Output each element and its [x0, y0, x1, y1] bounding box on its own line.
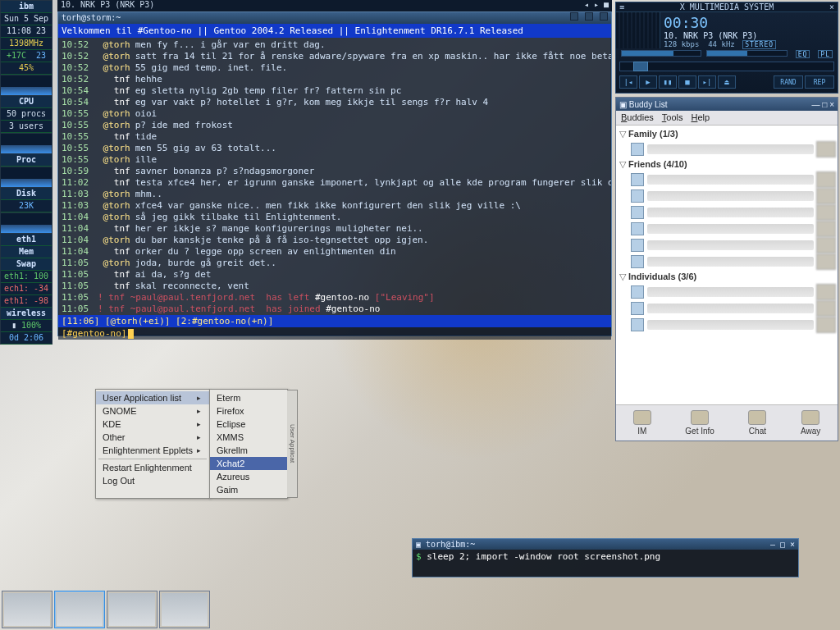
desktop-pager[interactable] [2, 591, 210, 628]
menu-help[interactable]: Help [691, 112, 710, 123]
submenu-item[interactable]: Gkrellm [210, 444, 287, 457]
context-menu-main[interactable]: User Application list▸GNOME▸KDE▸Other▸En… [95, 389, 210, 499]
menu-item[interactable]: GNOME▸ [96, 404, 209, 418]
buddy-item[interactable] [618, 237, 836, 253]
stop-icon[interactable]: ■ [678, 75, 696, 89]
buddy-item[interactable] [618, 284, 836, 300]
menu-item[interactable]: Log Out [96, 474, 209, 487]
submenu-item[interactable]: Eclipse [210, 418, 287, 431]
xmms-eq-toggle[interactable]: EQ [796, 50, 810, 58]
irc-terminal-window[interactable]: torh@storm:~ Velkommen til #Gentoo-no ||… [57, 11, 612, 336]
avatar [816, 237, 836, 253]
swap-label: Swap [1, 258, 52, 271]
gaim-window-buttons[interactable]: — □ × [812, 100, 834, 109]
presence-icon [631, 255, 644, 268]
irc-line: 11:05 @torhjoda, burde gå greit det.. [62, 258, 608, 269]
avatar [816, 284, 836, 300]
proc-label: Proc [1, 154, 52, 167]
xmms-bitrate: 128 kbps [664, 40, 699, 48]
buddy-group[interactable]: Family (1/3) [618, 127, 836, 141]
presence-icon [631, 318, 644, 331]
buddy-item[interactable] [618, 300, 836, 317]
xmms-rep[interactable]: REP [805, 75, 834, 89]
buddy-group[interactable]: Individuals (3/6) [618, 270, 836, 284]
xmms-close-icon[interactable]: × [829, 2, 834, 11]
menu-item[interactable]: User Application list▸ [96, 391, 209, 404]
avatar [816, 317, 836, 333]
minimize-icon[interactable] [570, 12, 578, 21]
away-button[interactable]: Away [801, 410, 820, 436]
wireless-label: wireless [1, 308, 52, 320]
play-icon[interactable]: ▶ [639, 75, 657, 89]
gaim-menubar[interactable]: Buddies Tools Help [616, 111, 838, 126]
menu-item[interactable]: Enlightenment Epplets▸ [96, 444, 209, 457]
miniterm-title: torh@ibm:~ [426, 540, 475, 549]
submenu-item[interactable]: Xchat2 [210, 457, 287, 470]
irc-line: 11:05 tnfskal reconnecte, vent [62, 281, 608, 292]
xmms-visualizer[interactable] [616, 12, 660, 48]
pager-desktop[interactable] [159, 591, 210, 628]
irc-titlebar[interactable]: torh@storm:~ [58, 12, 611, 24]
buddy-item[interactable] [618, 171, 836, 188]
maximize-icon[interactable] [585, 12, 593, 21]
users-value: 3 users [1, 121, 52, 133]
xmms-balance-slider[interactable] [706, 50, 787, 57]
xmms-track: 10. NRK P3 (NRK P3) [664, 31, 834, 40]
pause-icon[interactable]: ▮▮ [659, 75, 677, 89]
buddy-item[interactable] [618, 317, 836, 333]
pager-desktop[interactable] [54, 591, 105, 628]
irc-line: 10:52 @torh55 gig med temp. inet. file. [62, 62, 608, 74]
mini-terminal-window[interactable]: ▣ torh@ibm:~ — □ × $ sleep 2; import -wi… [412, 538, 799, 578]
buddy-item[interactable] [618, 253, 836, 270]
irc-input[interactable]: [#gentoo-no] [58, 327, 611, 340]
buddy-list-window[interactable]: ▣ Buddy List — □ × Buddies Tools Help Fa… [615, 97, 838, 441]
miniterm-window-buttons[interactable]: — □ × [770, 539, 795, 550]
gaim-tree[interactable]: Family (1/3)Friends (4/10)Individuals (3… [616, 126, 838, 404]
xmms-seek-bar[interactable] [619, 62, 834, 71]
disk-value: 23K [1, 200, 52, 212]
chat-icon [748, 410, 766, 425]
menu-item[interactable]: Restart Enlightenment [96, 461, 209, 474]
irc-line: 10:55 @torhmen 55 gig av 63 totalt... [62, 143, 608, 154]
xmms-player[interactable]: ≡ X MULTIMEDIA SYSTEM × 00:30 10. NRK P3… [615, 2, 838, 94]
buddy-group[interactable]: Friends (4/10) [618, 158, 836, 171]
buddy-item[interactable] [618, 141, 836, 158]
eth1-b: eth1: -98 [1, 295, 52, 308]
submenu-item[interactable]: Azureus [210, 470, 287, 483]
irc-line: 10:55 @torhille [62, 154, 608, 166]
im-button[interactable]: IM [633, 410, 651, 436]
pager-desktop[interactable] [107, 591, 158, 628]
context-menu-sub[interactable]: User Applicat EtermFirefoxEclipseXMMSGkr… [209, 389, 288, 499]
irc-log[interactable]: 10:52 @torhmen fy f... i går var en drit… [58, 38, 611, 315]
xmms-pl-toggle[interactable]: PL [818, 50, 833, 58]
buddy-item[interactable] [618, 221, 836, 237]
buddy-item[interactable] [618, 188, 836, 204]
xmms-playlist-strip: 10. NRK P3 (NRK P3) ◂ ▸ ■ [57, 0, 612, 11]
avatar [816, 141, 836, 158]
submenu-item[interactable]: Firefox [210, 404, 287, 418]
menu-item[interactable]: Other▸ [96, 431, 209, 444]
next-icon[interactable]: ▸| [698, 75, 716, 89]
eject-icon[interactable]: ⏏ [718, 75, 736, 89]
menu-item[interactable]: KDE▸ [96, 418, 209, 431]
xmms-menu-icon[interactable]: ≡ [619, 2, 624, 11]
menu-buddies[interactable]: Buddies [621, 112, 654, 123]
close-icon[interactable] [600, 12, 608, 21]
context-menu[interactable]: User Application list▸GNOME▸KDE▸Other▸En… [95, 389, 288, 499]
xmms-volume-slider[interactable] [621, 50, 701, 57]
avatar [816, 171, 836, 188]
gaim-titlebar[interactable]: ▣ Buddy List — □ × [616, 98, 838, 111]
menu-tools[interactable]: Tools [662, 112, 683, 123]
prev-icon[interactable]: |◂ [619, 75, 637, 89]
xmms-rand[interactable]: RAND [774, 75, 803, 89]
mem-label: Mem [1, 246, 52, 258]
window-buttons[interactable] [568, 12, 608, 24]
xmms-time: 00:30 [664, 14, 834, 31]
submenu-item[interactable]: Gaim [210, 483, 287, 496]
buddy-item[interactable] [618, 204, 836, 221]
submenu-item[interactable]: Eterm [210, 391, 287, 404]
getinfo-button[interactable]: Get Info [685, 410, 714, 436]
submenu-item[interactable]: XMMS [210, 431, 287, 444]
chat-button[interactable]: Chat [748, 410, 766, 436]
pager-desktop[interactable] [2, 591, 52, 628]
